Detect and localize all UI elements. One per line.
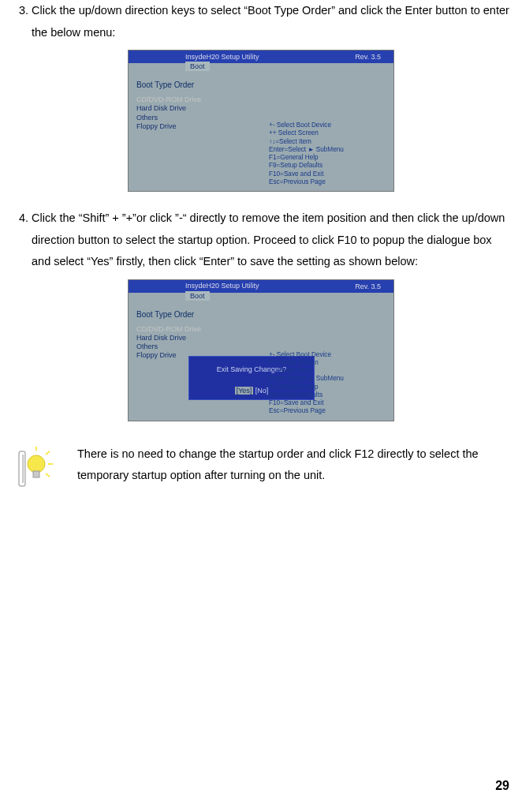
bios-section-title: Boot Type Order: [136, 77, 393, 92]
bios-boot-item: CD/DVD-ROM Drive: [136, 95, 393, 104]
bios-boot-item: Hard Disk Drive: [136, 334, 393, 342]
svg-rect-1: [22, 455, 24, 483]
bios-help-line: +- Select Boot Device: [269, 351, 387, 359]
svg-rect-4: [33, 471, 39, 477]
bios-help-line: ++ Select Screen: [269, 129, 387, 137]
bios-boot-item: CD/DVD-ROM Drive: [136, 325, 393, 334]
bios-revision: Rev. 3.5: [355, 51, 381, 64]
svg-rect-2: [24, 455, 26, 483]
bios-help-line: F9=Setup Defaults: [269, 162, 387, 170]
bios-tab-boot: Boot: [185, 62, 210, 71]
tip-text: There is no need to change the startup o…: [77, 443, 505, 487]
bios-title-bar: InsydeH20 Setup Utility Rev. 3.5: [129, 280, 393, 293]
svg-point-3: [28, 455, 45, 473]
step-number: 4.: [9, 208, 32, 273]
bios-help-line: ↑↓=Select Item: [269, 367, 387, 375]
bios-body: Boot Type Order CD/DVD-ROM Drive Hard Di…: [129, 301, 393, 421]
bios-help-line: Enter=Select ► SubMenu: [269, 146, 387, 154]
bios-help-line: F1=General Help: [269, 384, 387, 391]
bios-help-line: +- Select Boot Device: [269, 122, 387, 129]
bios-help-line: Enter=Select ► SubMenu: [269, 375, 387, 383]
bios-help-line: F10=Save and Exit: [269, 170, 387, 178]
bios-boot-item: Hard Disk Drive: [136, 104, 393, 113]
bios-help-line: Esc=Previous Page: [269, 178, 387, 186]
dialog-yes-button: [Yes]: [235, 387, 254, 395]
bios-help-line: ++ Select Screen: [269, 359, 387, 367]
lightbulb-icon: [14, 447, 58, 491]
bios-help-panel: +- Select Boot Device ++ Select Screen ↑…: [269, 351, 387, 416]
step-number: 3.: [9, 0, 32, 43]
bios-help-line: ↑↓=Select Item: [269, 138, 387, 146]
page-number: 29: [495, 774, 509, 798]
tip-callout: There is no need to change the startup o…: [9, 443, 513, 491]
step-text: Click the up/down direction keys to sele…: [32, 0, 513, 43]
bios-body: Boot Type Order CD/DVD-ROM Drive Hard Di…: [129, 71, 393, 191]
bios-help-line: F10=Save and Exit: [269, 399, 387, 407]
bios-screenshot-2: InsydeH20 Setup Utility Rev. 3.5 Boot Bo…: [128, 279, 394, 421]
bios-help-panel: +- Select Boot Device ++ Select Screen ↑…: [269, 122, 387, 186]
bios-title-bar: InsydeH20 Setup Utility Rev. 3.5: [129, 51, 393, 63]
bios-help-line: F9=Setup Defaults: [269, 391, 387, 399]
step-4: 4. Click the “Shift” + ”+”or click ”-“ d…: [9, 208, 513, 273]
dialog-no-button: [No]: [255, 387, 269, 395]
bios-section-title: Boot Type Order: [136, 307, 393, 322]
bios-screenshot-1: InsydeH20 Setup Utility Rev. 3.5 Boot Bo…: [128, 50, 394, 192]
bios-revision: Rev. 3.5: [355, 280, 381, 294]
svg-line-8: [46, 473, 50, 477]
bios-tab-boot: Boot: [185, 291, 210, 301]
svg-line-6: [46, 451, 50, 455]
bios-help-line: Esc=Previous Page: [269, 407, 387, 415]
step-3: 3. Click the up/down direction keys to s…: [9, 0, 513, 43]
bios-help-line: F1=General Help: [269, 154, 387, 162]
step-text: Click the “Shift” + ”+”or click ”-“ dire…: [32, 208, 513, 273]
